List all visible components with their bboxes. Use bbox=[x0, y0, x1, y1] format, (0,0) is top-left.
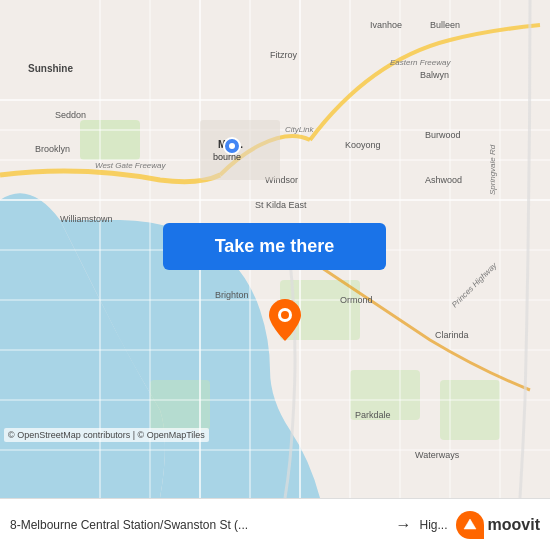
svg-text:West Gate Freeway: West Gate Freeway bbox=[95, 161, 167, 170]
svg-text:Ivanhoe: Ivanhoe bbox=[370, 20, 402, 30]
svg-text:Seddon: Seddon bbox=[55, 110, 86, 120]
station-text: 8-Melbourne Central Station/Swanston St … bbox=[10, 518, 388, 532]
take-me-there-button[interactable]: Take me there bbox=[163, 223, 386, 270]
svg-text:Kooyong: Kooyong bbox=[345, 140, 381, 150]
svg-text:Brighton: Brighton bbox=[215, 290, 249, 300]
svg-text:Burwood: Burwood bbox=[425, 130, 461, 140]
moovit-logo: moovit bbox=[456, 511, 540, 539]
attribution: © OpenStreetMap contributors | © OpenMap… bbox=[4, 428, 209, 442]
svg-rect-4 bbox=[440, 380, 500, 440]
svg-text:Ormond: Ormond bbox=[340, 295, 373, 305]
map-container: Sunshine Seddon Brooklyn Williamstown Fi… bbox=[0, 0, 550, 498]
destination-marker bbox=[269, 299, 301, 345]
svg-text:Sunshine: Sunshine bbox=[28, 63, 73, 74]
svg-text:Brooklyn: Brooklyn bbox=[35, 144, 70, 154]
bottom-bar: 8-Melbourne Central Station/Swanston St … bbox=[0, 498, 550, 550]
svg-text:Ashwood: Ashwood bbox=[425, 175, 462, 185]
moovit-logo-icon bbox=[456, 511, 484, 539]
svg-point-52 bbox=[229, 143, 235, 149]
moovit-logo-text: moovit bbox=[488, 516, 540, 534]
svg-text:Bulleen: Bulleen bbox=[430, 20, 460, 30]
svg-text:CityLink: CityLink bbox=[285, 125, 314, 134]
svg-text:St Kilda East: St Kilda East bbox=[255, 200, 307, 210]
svg-text:Waterways: Waterways bbox=[415, 450, 460, 460]
arrow-icon: → bbox=[396, 516, 412, 534]
svg-text:Balwyn: Balwyn bbox=[420, 70, 449, 80]
svg-text:Fitzroy: Fitzroy bbox=[270, 50, 298, 60]
destination-text: Hig... bbox=[420, 518, 448, 532]
svg-text:Eastern Freeway: Eastern Freeway bbox=[390, 58, 451, 67]
svg-rect-1 bbox=[80, 120, 140, 160]
svg-point-54 bbox=[281, 311, 289, 319]
origin-marker bbox=[223, 137, 241, 159]
app: Sunshine Seddon Brooklyn Williamstown Fi… bbox=[0, 0, 550, 550]
svg-text:Clarinda: Clarinda bbox=[435, 330, 469, 340]
svg-text:Springvale Rd: Springvale Rd bbox=[488, 144, 497, 195]
svg-text:Parkdale: Parkdale bbox=[355, 410, 391, 420]
svg-text:Williamstown: Williamstown bbox=[60, 214, 113, 224]
